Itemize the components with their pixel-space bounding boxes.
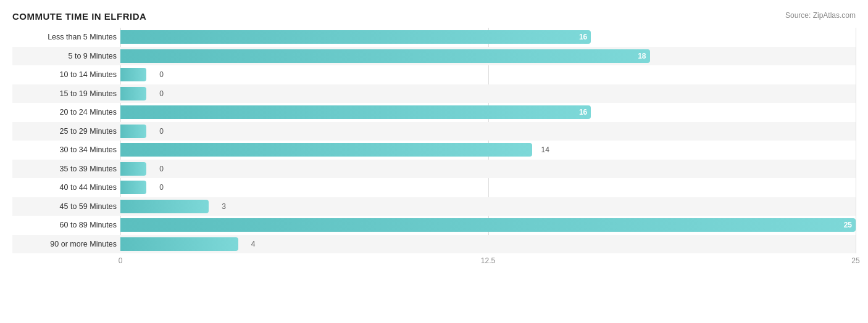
bar-value: 4 [251, 240, 256, 248]
bar-fill: 4 [120, 237, 238, 251]
bar-track: 14 [120, 141, 856, 160]
bar-value-inside: 25 [844, 221, 852, 229]
chart-title: COMMUTE TIME IN ELFRIDA [12, 11, 146, 22]
bar-label: 30 to 34 Minutes [12, 145, 120, 154]
bar-fill: 3 [120, 200, 209, 213]
bar-value: 0 [159, 70, 164, 79]
bar-track: 4 [120, 235, 856, 254]
bar-fill: 14 [120, 143, 532, 157]
bar-label: 60 to 89 Minutes [12, 221, 120, 229]
bar-label: 10 to 14 Minutes [12, 70, 120, 79]
bar-fill: 18 [120, 49, 650, 63]
bar-fill: 16 [120, 105, 591, 119]
bar-track: 16 [120, 103, 856, 122]
bar-fill: 0 [120, 68, 146, 81]
bar-label: 25 to 29 Minutes [12, 127, 120, 136]
bar-row: 90 or more Minutes4 [12, 235, 856, 254]
bar-label: Less than 5 Minutes [12, 33, 120, 41]
bar-label: 15 to 19 Minutes [12, 89, 120, 98]
bar-row: 5 to 9 Minutes18 [12, 47, 856, 66]
x-label-0: 0 [119, 256, 123, 265]
bar-row: 20 to 24 Minutes16 [12, 103, 856, 122]
bar-fill: 16 [120, 30, 591, 44]
bar-value-inside: 18 [638, 52, 646, 60]
bar-value: 0 [159, 183, 164, 192]
bar-track: 0 [120, 178, 856, 197]
chart-header: COMMUTE TIME IN ELFRIDA Source: ZipAtlas… [12, 11, 856, 22]
bar-row: 45 to 59 Minutes3 [12, 197, 856, 216]
bar-track: 3 [120, 197, 856, 216]
chart-body: Less than 5 Minutes165 to 9 Minutes1810 … [12, 28, 856, 272]
grid-line-100 [856, 28, 856, 253]
bar-fill: 0 [120, 181, 146, 194]
x-label-25: 25 [851, 256, 859, 265]
bar-row: 10 to 14 Minutes0 [12, 65, 856, 84]
bar-fill: 0 [120, 162, 146, 176]
chart-source: Source: ZipAtlas.com [785, 11, 856, 20]
bar-fill: 25 [120, 218, 856, 232]
bar-label: 40 to 44 Minutes [12, 183, 120, 192]
bar-track: 0 [120, 160, 856, 179]
bar-value: 3 [222, 202, 226, 211]
chart-container: COMMUTE TIME IN ELFRIDA Source: ZipAtlas… [0, 0, 868, 323]
bar-label: 5 to 9 Minutes [12, 52, 120, 60]
bar-row: 25 to 29 Minutes0 [12, 122, 856, 141]
bar-track: 0 [120, 122, 856, 141]
bar-value: 0 [159, 127, 164, 136]
bar-track: 0 [120, 65, 856, 84]
bar-label: 45 to 59 Minutes [12, 202, 120, 211]
bar-label: 35 to 39 Minutes [12, 165, 120, 173]
bar-track: 0 [120, 84, 856, 104]
bar-row: 15 to 19 Minutes0 [12, 84, 856, 104]
bar-track: 25 [120, 216, 856, 235]
bar-track: 16 [120, 28, 856, 47]
bar-value: 0 [159, 89, 164, 98]
bars-area: Less than 5 Minutes165 to 9 Minutes1810 … [12, 28, 856, 253]
x-label-12-5: 12.5 [481, 256, 495, 265]
bar-row: 60 to 89 Minutes25 [12, 216, 856, 235]
x-axis: 0 12.5 25 [120, 253, 856, 272]
bar-value-inside: 16 [579, 33, 587, 41]
bar-track: 18 [120, 47, 856, 66]
bar-value: 14 [541, 145, 549, 154]
bar-label: 90 or more Minutes [12, 240, 120, 248]
bar-row: 40 to 44 Minutes0 [12, 178, 856, 197]
bar-value-inside: 16 [579, 108, 587, 117]
bar-fill: 0 [120, 87, 146, 100]
bar-row: 30 to 34 Minutes14 [12, 141, 856, 160]
bar-fill: 0 [120, 125, 146, 138]
bar-row: 35 to 39 Minutes0 [12, 160, 856, 179]
bar-value: 0 [159, 165, 164, 173]
bar-row: Less than 5 Minutes16 [12, 28, 856, 47]
bar-label: 20 to 24 Minutes [12, 108, 120, 117]
